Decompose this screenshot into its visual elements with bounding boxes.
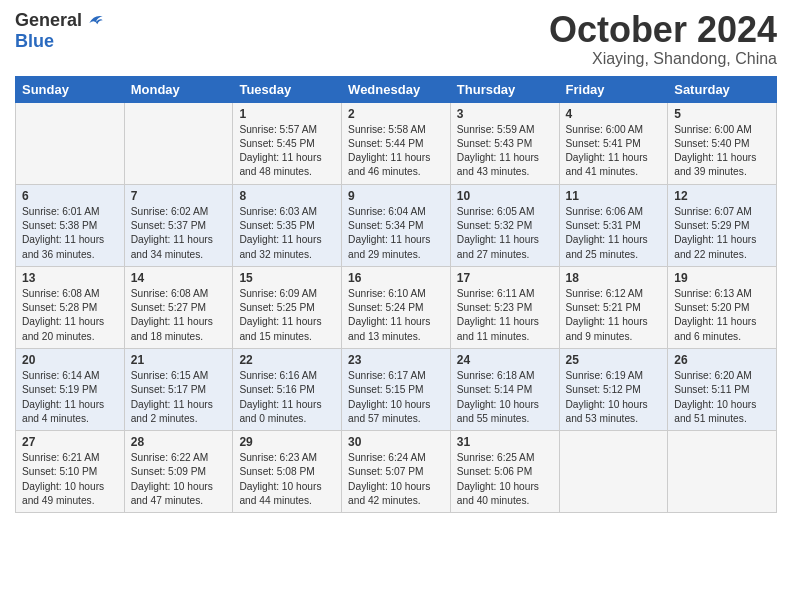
cell-1-0: 6Sunrise: 6:01 AM Sunset: 5:38 PM Daylig…: [16, 184, 125, 266]
title-section: October 2024 Xiaying, Shandong, China: [549, 10, 777, 68]
cell-0-4: 3Sunrise: 5:59 AM Sunset: 5:43 PM Daylig…: [450, 102, 559, 184]
cell-3-6: 26Sunrise: 6:20 AM Sunset: 5:11 PM Dayli…: [668, 348, 777, 430]
day-info: Sunrise: 6:06 AM Sunset: 5:31 PM Dayligh…: [566, 205, 662, 262]
day-info: Sunrise: 5:58 AM Sunset: 5:44 PM Dayligh…: [348, 123, 444, 180]
day-info: Sunrise: 6:07 AM Sunset: 5:29 PM Dayligh…: [674, 205, 770, 262]
day-number: 14: [131, 271, 227, 285]
day-number: 28: [131, 435, 227, 449]
cell-1-5: 11Sunrise: 6:06 AM Sunset: 5:31 PM Dayli…: [559, 184, 668, 266]
cell-4-3: 30Sunrise: 6:24 AM Sunset: 5:07 PM Dayli…: [342, 431, 451, 513]
day-number: 5: [674, 107, 770, 121]
cell-1-1: 7Sunrise: 6:02 AM Sunset: 5:37 PM Daylig…: [124, 184, 233, 266]
day-number: 12: [674, 189, 770, 203]
day-number: 21: [131, 353, 227, 367]
day-info: Sunrise: 6:05 AM Sunset: 5:32 PM Dayligh…: [457, 205, 553, 262]
day-number: 26: [674, 353, 770, 367]
day-info: Sunrise: 6:21 AM Sunset: 5:10 PM Dayligh…: [22, 451, 118, 508]
day-number: 13: [22, 271, 118, 285]
cell-1-4: 10Sunrise: 6:05 AM Sunset: 5:32 PM Dayli…: [450, 184, 559, 266]
cell-0-2: 1Sunrise: 5:57 AM Sunset: 5:45 PM Daylig…: [233, 102, 342, 184]
day-number: 1: [239, 107, 335, 121]
day-info: Sunrise: 6:08 AM Sunset: 5:27 PM Dayligh…: [131, 287, 227, 344]
day-info: Sunrise: 6:19 AM Sunset: 5:12 PM Dayligh…: [566, 369, 662, 426]
cell-4-2: 29Sunrise: 6:23 AM Sunset: 5:08 PM Dayli…: [233, 431, 342, 513]
day-number: 27: [22, 435, 118, 449]
day-number: 17: [457, 271, 553, 285]
week-row-4: 27Sunrise: 6:21 AM Sunset: 5:10 PM Dayli…: [16, 431, 777, 513]
day-info: Sunrise: 6:00 AM Sunset: 5:40 PM Dayligh…: [674, 123, 770, 180]
header-row: Sunday Monday Tuesday Wednesday Thursday…: [16, 76, 777, 102]
cell-2-4: 17Sunrise: 6:11 AM Sunset: 5:23 PM Dayli…: [450, 266, 559, 348]
day-info: Sunrise: 6:00 AM Sunset: 5:41 PM Dayligh…: [566, 123, 662, 180]
day-number: 23: [348, 353, 444, 367]
week-row-3: 20Sunrise: 6:14 AM Sunset: 5:19 PM Dayli…: [16, 348, 777, 430]
cell-4-0: 27Sunrise: 6:21 AM Sunset: 5:10 PM Dayli…: [16, 431, 125, 513]
day-info: Sunrise: 6:03 AM Sunset: 5:35 PM Dayligh…: [239, 205, 335, 262]
day-info: Sunrise: 6:24 AM Sunset: 5:07 PM Dayligh…: [348, 451, 444, 508]
col-friday: Friday: [559, 76, 668, 102]
logo-bird-icon: [84, 11, 104, 31]
day-number: 9: [348, 189, 444, 203]
day-info: Sunrise: 6:16 AM Sunset: 5:16 PM Dayligh…: [239, 369, 335, 426]
cell-0-3: 2Sunrise: 5:58 AM Sunset: 5:44 PM Daylig…: [342, 102, 451, 184]
cell-2-2: 15Sunrise: 6:09 AM Sunset: 5:25 PM Dayli…: [233, 266, 342, 348]
cell-1-3: 9Sunrise: 6:04 AM Sunset: 5:34 PM Daylig…: [342, 184, 451, 266]
location: Xiaying, Shandong, China: [549, 50, 777, 68]
day-number: 30: [348, 435, 444, 449]
page: General Blue October 2024 Xiaying, Shand…: [0, 0, 792, 528]
col-sunday: Sunday: [16, 76, 125, 102]
day-info: Sunrise: 6:12 AM Sunset: 5:21 PM Dayligh…: [566, 287, 662, 344]
cell-2-0: 13Sunrise: 6:08 AM Sunset: 5:28 PM Dayli…: [16, 266, 125, 348]
day-info: Sunrise: 6:08 AM Sunset: 5:28 PM Dayligh…: [22, 287, 118, 344]
day-info: Sunrise: 6:14 AM Sunset: 5:19 PM Dayligh…: [22, 369, 118, 426]
day-info: Sunrise: 6:15 AM Sunset: 5:17 PM Dayligh…: [131, 369, 227, 426]
day-info: Sunrise: 5:57 AM Sunset: 5:45 PM Dayligh…: [239, 123, 335, 180]
day-number: 3: [457, 107, 553, 121]
day-number: 20: [22, 353, 118, 367]
cell-4-4: 31Sunrise: 6:25 AM Sunset: 5:06 PM Dayli…: [450, 431, 559, 513]
day-info: Sunrise: 6:13 AM Sunset: 5:20 PM Dayligh…: [674, 287, 770, 344]
calendar-table: Sunday Monday Tuesday Wednesday Thursday…: [15, 76, 777, 514]
day-number: 4: [566, 107, 662, 121]
day-info: Sunrise: 6:01 AM Sunset: 5:38 PM Dayligh…: [22, 205, 118, 262]
col-wednesday: Wednesday: [342, 76, 451, 102]
cell-0-0: [16, 102, 125, 184]
cell-2-5: 18Sunrise: 6:12 AM Sunset: 5:21 PM Dayli…: [559, 266, 668, 348]
header: General Blue October 2024 Xiaying, Shand…: [15, 10, 777, 68]
day-number: 18: [566, 271, 662, 285]
day-number: 19: [674, 271, 770, 285]
day-number: 6: [22, 189, 118, 203]
day-info: Sunrise: 6:04 AM Sunset: 5:34 PM Dayligh…: [348, 205, 444, 262]
month-title: October 2024: [549, 10, 777, 50]
day-info: Sunrise: 6:23 AM Sunset: 5:08 PM Dayligh…: [239, 451, 335, 508]
cell-4-5: [559, 431, 668, 513]
cell-3-1: 21Sunrise: 6:15 AM Sunset: 5:17 PM Dayli…: [124, 348, 233, 430]
logo: General Blue: [15, 10, 104, 52]
cell-1-6: 12Sunrise: 6:07 AM Sunset: 5:29 PM Dayli…: [668, 184, 777, 266]
col-thursday: Thursday: [450, 76, 559, 102]
week-row-0: 1Sunrise: 5:57 AM Sunset: 5:45 PM Daylig…: [16, 102, 777, 184]
day-number: 22: [239, 353, 335, 367]
cell-2-6: 19Sunrise: 6:13 AM Sunset: 5:20 PM Dayli…: [668, 266, 777, 348]
week-row-1: 6Sunrise: 6:01 AM Sunset: 5:38 PM Daylig…: [16, 184, 777, 266]
day-info: Sunrise: 6:20 AM Sunset: 5:11 PM Dayligh…: [674, 369, 770, 426]
cell-1-2: 8Sunrise: 6:03 AM Sunset: 5:35 PM Daylig…: [233, 184, 342, 266]
day-number: 16: [348, 271, 444, 285]
cell-2-1: 14Sunrise: 6:08 AM Sunset: 5:27 PM Dayli…: [124, 266, 233, 348]
day-number: 15: [239, 271, 335, 285]
day-info: Sunrise: 6:22 AM Sunset: 5:09 PM Dayligh…: [131, 451, 227, 508]
day-info: Sunrise: 6:25 AM Sunset: 5:06 PM Dayligh…: [457, 451, 553, 508]
cell-0-6: 5Sunrise: 6:00 AM Sunset: 5:40 PM Daylig…: [668, 102, 777, 184]
col-saturday: Saturday: [668, 76, 777, 102]
cell-0-1: [124, 102, 233, 184]
col-monday: Monday: [124, 76, 233, 102]
cell-3-4: 24Sunrise: 6:18 AM Sunset: 5:14 PM Dayli…: [450, 348, 559, 430]
col-tuesday: Tuesday: [233, 76, 342, 102]
day-number: 10: [457, 189, 553, 203]
cell-4-6: [668, 431, 777, 513]
day-number: 29: [239, 435, 335, 449]
cell-3-5: 25Sunrise: 6:19 AM Sunset: 5:12 PM Dayli…: [559, 348, 668, 430]
logo-blue: Blue: [15, 31, 54, 52]
day-info: Sunrise: 6:02 AM Sunset: 5:37 PM Dayligh…: [131, 205, 227, 262]
day-number: 11: [566, 189, 662, 203]
